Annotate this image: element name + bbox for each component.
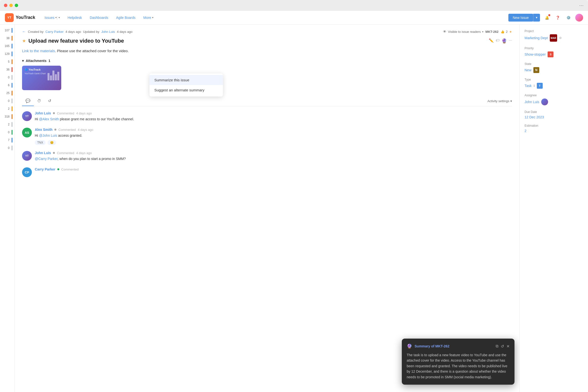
mention-alex[interactable]: @Alex Smith xyxy=(39,117,59,121)
created-author-link[interactable]: Carry Parker xyxy=(46,30,64,34)
mention-carry[interactable]: @Carry Parker xyxy=(35,157,58,161)
sidebar-item-7[interactable]: 7 xyxy=(0,136,14,144)
notifications-button[interactable]: 🔔 xyxy=(543,14,551,22)
attachments-section: ▾ Attachments 1 🔷 YouTrack YouTrack Gant… xyxy=(22,59,512,90)
ai-panel-header: 🔮 Summary of MKT-262 ⧉ ↺ ✕ xyxy=(407,344,510,349)
summarize-issue-item[interactable]: Summarize this issue xyxy=(150,75,223,85)
comment-header-carry: Carry Parker Commented xyxy=(35,167,512,171)
window-chrome: ⋯ xyxy=(0,0,588,11)
mention-john[interactable]: @John Luis xyxy=(39,134,57,138)
attachments-header[interactable]: ▾ Attachments 1 xyxy=(22,59,512,63)
comment-alex: AS Alex Smith Commented 4 days ago Hi @J… xyxy=(22,128,512,145)
ai-summarize-icon[interactable]: 🔮 xyxy=(502,38,507,44)
author-status-1 xyxy=(53,112,55,114)
visibility-badge[interactable]: 👁 Visible to issue readers ▾ xyxy=(443,30,484,34)
sidebar-item-5[interactable]: 5 xyxy=(0,58,14,66)
sidebar-item-25[interactable]: 25 xyxy=(0,89,14,97)
comment-action-1: Commented xyxy=(57,112,74,115)
sidebar-item-318[interactable]: 318 xyxy=(0,113,14,120)
refresh-icon[interactable]: ↺ xyxy=(501,344,504,349)
window-menu[interactable]: ⋯ xyxy=(579,3,584,8)
new-issue-dropdown-button[interactable]: ▾ xyxy=(533,14,540,22)
sidebar-item-0d[interactable]: 0 xyxy=(0,144,14,152)
comment-reactions-alex: TNX 😊 xyxy=(35,140,512,145)
more-icon[interactable]: ··· xyxy=(509,38,512,44)
tag-icon[interactable]: 🏷 xyxy=(496,38,500,44)
type-label: Type xyxy=(524,78,583,81)
copy-icon[interactable]: ⧉ xyxy=(496,344,498,349)
comment-action-john2: Commented xyxy=(57,151,74,155)
sidebar-item-2b[interactable]: 2 xyxy=(0,120,14,128)
close-button[interactable] xyxy=(4,4,7,7)
project-badge: MAR xyxy=(550,34,557,42)
estimation-value[interactable]: 2 xyxy=(524,129,583,133)
comment-time-1: 4 days ago xyxy=(76,112,92,115)
sidebar-item-0a[interactable]: 0 xyxy=(0,74,14,81)
sidebar-item-0b[interactable]: 0 xyxy=(0,97,14,105)
ai-panel-icon: 🔮 xyxy=(407,344,412,349)
left-sidebar: 107 38 165 129 5 36 0 6 25 0 2 318 2 0 7… xyxy=(0,24,15,392)
project-value: Marketing Dept MAR ⚙ xyxy=(524,34,583,42)
materials-link[interactable]: Link to the materials xyxy=(22,49,55,53)
attachment-thumbnail[interactable]: 🔷 YouTrack YouTrack Gantt Chart xyxy=(22,66,61,90)
minimize-button[interactable] xyxy=(9,4,13,7)
main-layout: 107 38 165 129 5 36 0 6 25 0 2 318 2 0 7… xyxy=(0,24,588,392)
reaction-emoji[interactable]: 😊 xyxy=(48,140,56,145)
tab-comments[interactable]: 💬 xyxy=(22,96,34,106)
sidebar-item-129[interactable]: 129 xyxy=(0,50,14,58)
project-settings-icon[interactable]: ⚙ xyxy=(559,36,562,40)
comment-author-john2[interactable]: John Luis xyxy=(35,151,51,155)
due-date-value[interactable]: 12 Dec 2023 xyxy=(524,115,583,119)
comment-john-1: YT John Luis Commented 4 days ago Hi @Al… xyxy=(22,111,512,122)
nav-item-agile-boards[interactable]: Agile Boards xyxy=(113,14,139,22)
star-icon[interactable]: ★ xyxy=(509,30,512,34)
activity-settings-button[interactable]: Activity settings ▾ xyxy=(487,99,512,103)
comment-author-carry[interactable]: Carry Parker xyxy=(35,167,55,171)
assignee-value: John Luis xyxy=(524,98,583,105)
ai-issue-ref[interactable]: MKT-262 xyxy=(435,344,450,348)
ai-panel-actions: ⧉ ↺ ✕ xyxy=(496,344,510,349)
comment-text-1: Hi @Alex Smith please grant me access to… xyxy=(35,116,512,122)
comment-time-alex: 4 days ago xyxy=(78,128,93,132)
sidebar-item-165[interactable]: 165 xyxy=(0,42,14,50)
issue-id: MKT-262 xyxy=(485,30,498,34)
edit-icon[interactable]: ✏️ xyxy=(489,38,494,44)
vote-up-icon[interactable]: 👍 xyxy=(500,30,504,34)
sidebar-item-2a[interactable]: 2 xyxy=(0,105,14,113)
sidebar-item-107[interactable]: 107 xyxy=(0,26,14,34)
tab-activity[interactable]: ↺ xyxy=(44,96,55,106)
close-icon[interactable]: ✕ xyxy=(506,344,510,349)
type-info-icon[interactable]: ℹ xyxy=(534,84,535,88)
new-issue-button[interactable]: New Issue xyxy=(508,14,533,22)
nav-item-dashboards[interactable]: Dashboards xyxy=(86,14,112,22)
john-avatar-1: YT xyxy=(22,111,32,121)
comment-header-john2: John Luis Commented 4 days ago xyxy=(35,151,512,155)
issues-dropdown-arrow2[interactable]: ▾ xyxy=(58,16,60,19)
priority-name: Show-stopper xyxy=(524,52,546,56)
maximize-button[interactable] xyxy=(15,4,18,7)
comment-author-alex[interactable]: Alex Smith xyxy=(35,128,52,132)
breadcrumb: ← Created by Carry Parker 4 days ago Upd… xyxy=(22,30,512,34)
user-avatar[interactable] xyxy=(575,14,583,22)
sidebar-item-36[interactable]: 36 xyxy=(0,66,14,74)
help-button[interactable]: ❓ xyxy=(554,14,562,22)
sidebar-item-0c[interactable]: 0 xyxy=(0,128,14,136)
settings-button[interactable]: ⚙️ xyxy=(564,14,572,22)
priority-badge: S xyxy=(548,52,554,57)
reaction-tnx[interactable]: TNX xyxy=(35,140,46,145)
comment-author-1[interactable]: John Luis xyxy=(35,111,51,115)
tab-history[interactable]: ⏱ xyxy=(34,96,44,106)
assignee-name[interactable]: John Luis xyxy=(524,100,539,104)
alternate-summary-item[interactable]: Suggest an alternate summary xyxy=(150,85,223,95)
avatar-yt-2: YT xyxy=(22,151,32,161)
nav-item-helpdesk[interactable]: Helpdesk xyxy=(64,14,85,22)
sidebar-item-6[interactable]: 6 xyxy=(0,81,14,89)
nav-item-more[interactable]: More ▾ xyxy=(140,14,157,22)
sidebar-item-38[interactable]: 38 xyxy=(0,34,14,42)
nav-item-issues[interactable]: Issues ▾ | ▾ xyxy=(41,14,63,22)
back-button[interactable]: ← xyxy=(22,30,26,34)
field-type: Type Task ℹ T xyxy=(524,78,583,89)
issue-star-icon[interactable]: ★ xyxy=(22,38,26,44)
updated-author-link[interactable]: John Luis xyxy=(101,30,115,34)
nav-logo[interactable]: YT YouTrack xyxy=(5,13,35,22)
